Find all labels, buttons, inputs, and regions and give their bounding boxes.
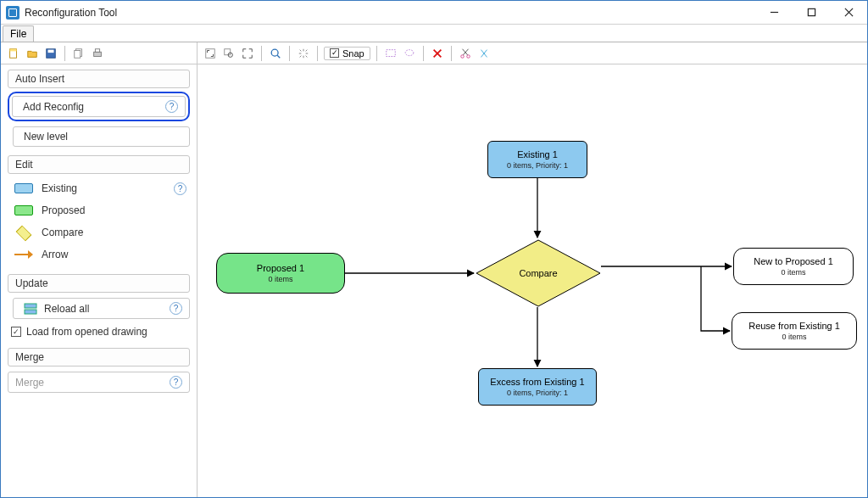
help-icon[interactable]: ? [174, 182, 186, 195]
node-excess[interactable]: Excess from Existing 1 0 items, Priority… [478, 368, 597, 406]
select-lasso-icon[interactable] [402, 46, 417, 61]
svg-rect-17 [386, 49, 395, 56]
select-rect-icon[interactable] [383, 46, 398, 61]
zoom-icon[interactable] [268, 46, 283, 61]
zoom-fit-icon[interactable] [240, 46, 255, 61]
load-from-drawing-label: Load from opened drawing [26, 326, 147, 338]
new-file-icon[interactable] [6, 46, 21, 61]
svg-rect-25 [25, 304, 36, 308]
legend-proposed-label: Proposed [42, 204, 85, 216]
close-button[interactable] [830, 1, 867, 24]
section-update: Update [8, 274, 190, 293]
merge-placeholder: Merge [15, 377, 44, 389]
section-edit: Edit [8, 155, 190, 174]
snap-checkbox[interactable] [330, 48, 339, 58]
svg-point-22 [466, 54, 470, 58]
section-auto-insert: Auto Insert [8, 70, 190, 88]
legend-existing[interactable]: Existing ? [13, 177, 188, 199]
diagram-canvas[interactable]: Existing 1 0 items, Priority: 1 Proposed… [198, 64, 867, 497]
menubar: File [1, 25, 867, 42]
zoom-extents-icon[interactable] [203, 46, 218, 61]
node-proposed-1[interactable]: Proposed 1 0 items [216, 253, 345, 294]
svg-rect-1 [808, 8, 815, 15]
maximize-button[interactable] [793, 1, 830, 24]
menu-file[interactable]: File [3, 25, 34, 42]
reload-icon [24, 303, 37, 315]
svg-rect-7 [48, 49, 54, 53]
node-title: Excess from Existing 1 [479, 377, 596, 388]
add-reconfig-button[interactable]: Add Reconfig ? [12, 96, 186, 117]
help-icon[interactable]: ? [170, 302, 182, 315]
titlebar: Reconfiguration Tool [1, 1, 867, 25]
snap-label: Snap [342, 48, 364, 59]
legend-compare-label: Compare [42, 227, 83, 238]
node-compare-label: Compare [476, 239, 601, 307]
legend-proposed[interactable]: Proposed [13, 199, 188, 221]
legend-existing-label: Existing [42, 182, 77, 194]
node-compare[interactable]: Compare [476, 239, 601, 307]
help-icon[interactable]: ? [165, 100, 178, 113]
load-from-drawing-checkbox[interactable]: Load from opened drawing [8, 319, 190, 339]
pan-icon[interactable] [296, 46, 311, 61]
svg-line-16 [277, 55, 280, 58]
legend-arrow-label: Arrow [42, 249, 68, 260]
svg-rect-12 [206, 48, 215, 58]
print-icon[interactable] [90, 46, 105, 61]
node-subtitle: 0 items [734, 268, 853, 277]
reload-all-label: Reload all [44, 303, 89, 315]
existing-swatch-icon [14, 183, 33, 193]
add-reconfig-highlight: Add Reconfig ? [8, 92, 190, 121]
copy-icon[interactable] [71, 46, 86, 61]
new-level-button[interactable]: New level [13, 126, 190, 147]
svg-rect-13 [225, 48, 231, 54]
node-subtitle: 0 items [217, 275, 344, 283]
add-reconfig-label: Add Reconfig [23, 101, 165, 113]
compare-swatch-icon [14, 227, 33, 238]
legend-arrow[interactable]: Arrow [13, 243, 188, 266]
toolbar-row: Snap [1, 42, 867, 64]
zoom-region-icon[interactable] [221, 46, 236, 61]
help-icon[interactable]: ? [170, 376, 182, 389]
svg-point-15 [271, 49, 278, 56]
svg-point-21 [460, 54, 464, 58]
node-new-to-proposed[interactable]: New to Proposed 1 0 items [733, 248, 854, 285]
merge-input[interactable]: Merge ? [8, 372, 190, 393]
sidebar: Auto Insert Add Reconfig ? New level Edi… [1, 64, 198, 497]
svg-rect-11 [95, 48, 99, 52]
node-subtitle: 0 items, Priority: 1 [479, 389, 596, 397]
checkbox-icon [11, 327, 21, 337]
node-title: New to Proposed 1 [734, 256, 853, 267]
paste-icon[interactable] [476, 46, 492, 61]
app-window: Reconfiguration Tool File [0, 0, 868, 498]
svg-line-23 [463, 48, 468, 54]
delete-icon[interactable] [430, 46, 445, 61]
minimize-button[interactable] [755, 1, 793, 24]
window-title: Reconfiguration Tool [25, 7, 755, 19]
svg-point-18 [405, 49, 414, 55]
open-file-icon[interactable] [25, 46, 40, 61]
snap-toggle[interactable]: Snap [324, 47, 370, 60]
node-reuse[interactable]: Reuse from Existing 1 0 items [732, 312, 857, 350]
svg-rect-10 [94, 52, 102, 56]
node-title: Proposed 1 [217, 263, 344, 274]
save-icon[interactable] [43, 46, 58, 61]
node-title: Reuse from Existing 1 [732, 321, 856, 332]
node-title: Existing 1 [488, 149, 587, 160]
svg-rect-26 [25, 310, 36, 314]
node-subtitle: 0 items [732, 333, 856, 341]
new-level-label: New level [24, 131, 182, 143]
cut-icon[interactable] [458, 46, 473, 61]
reload-all-button[interactable]: Reload all ? [13, 298, 190, 319]
app-icon [6, 6, 19, 20]
main-area: Auto Insert Add Reconfig ? New level Edi… [1, 64, 867, 497]
node-existing-1[interactable]: Existing 1 0 items, Priority: 1 [487, 141, 587, 178]
legend-compare[interactable]: Compare [13, 221, 188, 243]
svg-rect-5 [10, 48, 17, 51]
arrow-swatch-icon [14, 249, 33, 260]
node-subtitle: 0 items, Priority: 1 [488, 161, 587, 170]
proposed-swatch-icon [14, 205, 33, 215]
svg-rect-9 [75, 50, 81, 58]
section-merge: Merge [8, 348, 190, 367]
svg-line-24 [462, 48, 467, 54]
